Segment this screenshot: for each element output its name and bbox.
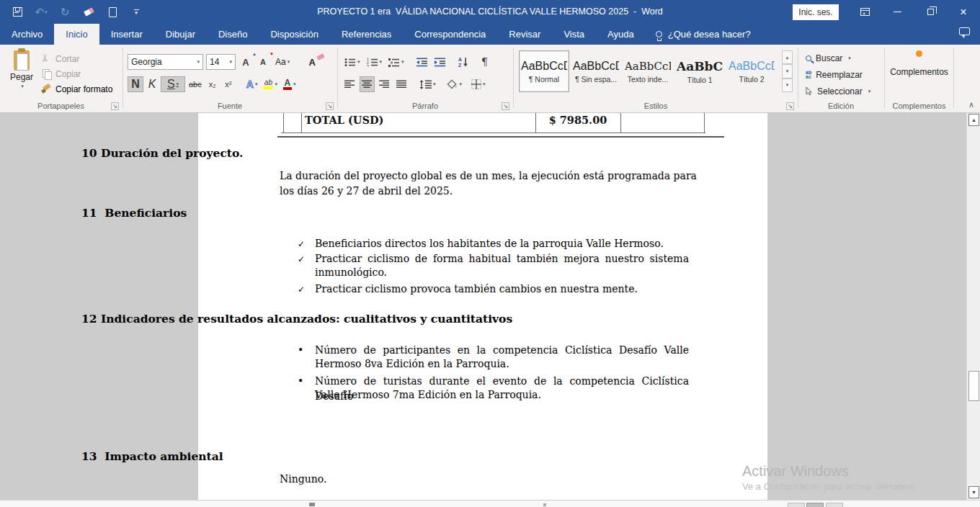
styles-scroll-up-icon[interactable]: ▲ [782,50,793,64]
scroll-up-icon[interactable]: ▲ [968,114,979,126]
status-proofing-icon[interactable] [309,503,315,506]
tab-disposicion[interactable]: Disposición [259,24,329,45]
font-group: Georgia▾ 14▾ A▲ A▼ Aa▾ A N K S▾ abc x₂ x… [123,45,337,112]
subscript-button[interactable]: x₂ [205,76,220,92]
grow-font-button[interactable]: A▲ [239,54,253,70]
clipboard-group: Pegar ▾ Cortar Copiar Copiar formato Por… [0,45,122,112]
read-mode-view-icon[interactable] [788,503,805,507]
collapse-ribbon-icon[interactable]: ∧ [968,100,974,109]
styles-dialog-launcher-icon[interactable]: ↘ [786,102,794,110]
tab-diseno[interactable]: Diseño [207,24,259,45]
tell-me-box[interactable]: ¿Qué desea hacer? [646,24,751,45]
style-titulo-2[interactable]: AaBbCcD Título 2 [726,50,777,92]
style-normal[interactable]: AaBbCcD ¶ Normal [519,50,569,92]
scissors-icon [42,54,52,64]
style-titulo-1[interactable]: AaBbC Título 1 [674,50,725,92]
highlight-color-button[interactable]: ab▾ [261,76,280,92]
clipboard-dialog-launcher-icon[interactable]: ↘ [111,102,119,110]
restore-icon[interactable] [918,0,943,24]
find-button[interactable]: Buscar▾ [806,50,870,66]
web-layout-view-icon[interactable] [826,503,843,507]
copy-button[interactable]: Copiar [42,66,112,81]
replace-button[interactable]: abac Reemplazar [806,67,870,82]
borders-button[interactable]: ▾ [469,76,488,92]
superscript-button[interactable]: x² [221,76,236,92]
cut-button[interactable]: Cortar [42,51,112,66]
styles-scroll-down-icon[interactable]: ▼ [782,64,793,78]
minimize-icon[interactable] [885,0,909,24]
line-spacing-button[interactable]: ▾ [417,76,438,92]
style-sin-espaciado[interactable]: AaBbCcD ¶ Sin espa... [571,50,621,92]
format-painter-button[interactable]: Copiar formato [42,81,112,97]
paragraph-dialog-launcher-icon[interactable]: ↘ [502,102,509,110]
align-left-button[interactable] [342,76,357,92]
strikethrough-button[interactable]: abc [187,76,204,92]
addins-group-label: Complementos [885,102,953,110]
clear-formatting-button[interactable]: A [305,54,319,70]
align-center-button[interactable] [360,76,375,92]
check-item-2-cont: inmunológico. [315,266,387,278]
font-group-label: Fuente [123,102,337,110]
borders-icon [471,79,481,89]
italic-button[interactable]: K [145,76,159,92]
tab-correspondencia[interactable]: Correspondencia [403,24,497,45]
bold-button[interactable]: N [128,76,143,92]
paint-bucket-icon [447,79,458,89]
clipboard-group-label: Portapapeles [0,102,122,110]
styles-more-icon[interactable]: ▼ [782,78,793,92]
paragraph-duracion: La duración del proyecto global es de un… [280,169,698,199]
styles-group: AaBbCcD ¶ Normal AaBbCcD ¶ Sin espa... A… [514,45,797,112]
tab-referencias[interactable]: Referencias [330,24,403,45]
vertical-scrollbar[interactable]: ▲ ▼ [966,113,980,500]
select-button[interactable]: Seleccionar▾ [806,84,870,99]
search-icon [806,55,811,61]
sort-button[interactable]: AZ [456,54,471,70]
decrease-indent-icon [416,58,428,67]
chevron-down-icon: ▾ [21,84,24,89]
multilevel-list-icon [388,58,400,67]
font-name-combo[interactable]: Georgia▾ [128,54,203,70]
font-dialog-launcher-icon[interactable]: ↘ [326,102,334,110]
tab-dibujar[interactable]: Dibujar [154,24,207,45]
bullets-button[interactable]: ▾ [342,54,362,70]
addins-button[interactable]: Complementos [885,50,953,77]
feedback-icon[interactable] [959,27,970,35]
shrink-font-button[interactable]: A▼ [256,54,270,70]
font-size-combo[interactable]: 14▾ [206,54,236,70]
activate-windows-watermark: Activar Windows [742,463,849,480]
style-texto-independiente[interactable]: AaBbCcD Texto inde... [623,50,673,92]
justify-button[interactable] [394,76,409,92]
tab-ayuda[interactable]: Ayuda [596,24,646,45]
tab-revisar[interactable]: Revisar [497,24,552,45]
shading-button[interactable]: ▾ [445,76,465,92]
multilevel-list-button[interactable]: ▾ [386,54,406,70]
decrease-indent-button[interactable] [414,54,430,70]
paste-button[interactable]: Pegar ▾ [6,50,37,102]
document-area: TOTAL (USD) $ 7985.00 10 Duración del pr… [0,113,966,500]
font-color-button[interactable]: A▾ [281,76,298,92]
show-paragraph-marks-button[interactable]: ¶ [478,54,492,70]
print-layout-view-icon[interactable] [806,503,824,507]
status-language-icon[interactable] [543,503,546,506]
tab-archivo[interactable]: Archivo [0,24,54,45]
underline-button[interactable]: S▾ [161,76,185,92]
tab-inicio[interactable]: Inicio [54,24,99,45]
increase-indent-button[interactable] [432,54,448,70]
sign-in-button[interactable]: Inic. ses. [793,4,839,20]
svg-text:Z: Z [458,63,462,67]
close-icon[interactable]: × [951,0,976,24]
text-effects-button[interactable]: A▾ [244,76,260,92]
align-right-icon [379,80,390,89]
lightbulb-icon [656,31,662,37]
scrollbar-thumb[interactable] [968,371,979,401]
replace-icon: abac [806,71,811,79]
numbering-button[interactable]: 123▾ [365,54,385,70]
ribbon-display-options-icon[interactable] [852,0,877,24]
tab-insertar[interactable]: Insertar [99,24,154,45]
styles-group-label: Estilos [514,102,797,110]
scroll-down-icon[interactable]: ▼ [968,486,979,498]
align-right-button[interactable] [377,76,392,92]
tab-vista[interactable]: Vista [552,24,596,45]
change-case-button[interactable]: Aa▾ [273,54,292,70]
word-window: ↶▾ ↻ ▾ PROYECTO 1 era VÁLIDA NACIONAL CI… [0,0,980,507]
